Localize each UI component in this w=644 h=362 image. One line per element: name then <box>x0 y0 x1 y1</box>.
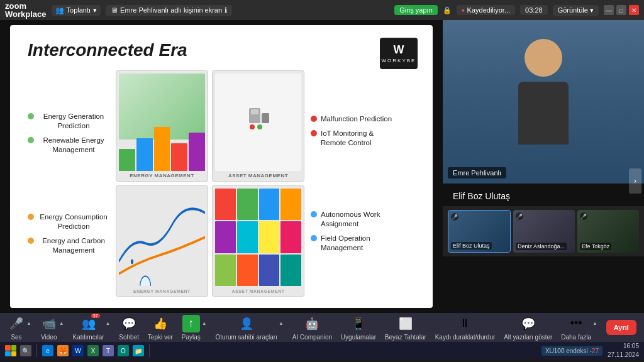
excel-icon[interactable]: X <box>87 345 99 356</box>
energy-cons-label: Energy Consumption Prediction <box>28 212 109 231</box>
svg-rect-2 <box>262 113 269 123</box>
search-taskbar-icon[interactable]: 🔍 <box>20 345 31 356</box>
stock-value: -27 <box>589 348 598 354</box>
share-ctrl-group[interactable]: ↑ Paylaş ▲ <box>182 315 207 341</box>
field-op-label: Field Operation Management <box>311 234 392 253</box>
video-person <box>443 20 644 184</box>
participant-mic-2: 🎤 <box>516 212 523 220</box>
date: 27.11.2024 <box>608 351 639 359</box>
ai-ctrl[interactable]: 🤖 AI Companion <box>292 315 332 341</box>
participant-mic-3: 🎤 <box>580 212 587 220</box>
participants-icon: 👥37 <box>80 315 97 332</box>
reaction-icon: 👍 <box>152 315 169 332</box>
whiteboard-ctrl[interactable]: ⬜ Beyaz Tahtalar <box>385 315 426 341</box>
record-dot: ● <box>462 8 465 13</box>
top-bar-right: Giriş yapın 🔒 ● Kaydediliyor... 03:28 Gö… <box>394 5 639 16</box>
apps-ctrl[interactable]: 📱 Uygulamalar <box>341 315 376 341</box>
more-ctrl[interactable]: ••• Daha fazla <box>561 315 591 341</box>
chevron-down-icon: ▾ <box>93 6 97 14</box>
workybe-logo: W WORKYBE <box>380 38 418 69</box>
info-icon: ℹ <box>225 6 227 14</box>
energy-img-label: ENERGY MANAGEMENT <box>130 173 194 178</box>
view-button[interactable]: Görüntüle ▾ <box>553 5 599 16</box>
caption-ctrl[interactable]: 💬 Alt yazıları göster <box>504 315 552 341</box>
record-label: Kaydı duraklat/durdur <box>435 334 496 341</box>
audio-ctrl-group[interactable]: 🎤 Ses ▲ <box>8 315 31 341</box>
chat-ctrl[interactable]: 💬 Sohbet <box>119 315 139 341</box>
next-participants-button[interactable]: › <box>629 168 641 194</box>
explorer-icon[interactable]: 📁 <box>133 345 144 356</box>
main-content: Interconnected Era W WORKYBE Energy Gene… <box>0 20 644 313</box>
word-icon[interactable]: W <box>72 345 84 356</box>
maximize-button[interactable]: □ <box>616 5 626 15</box>
workybe-icon: W <box>394 43 404 57</box>
record-ctrl[interactable]: ⏸ Kaydı duraklat/durdur <box>435 315 496 341</box>
carbon-text: Energy and Carbon Management <box>38 236 109 255</box>
participant-card-2[interactable]: 🎤 Deniz Aslandoğa... <box>513 210 575 253</box>
taskbar: 🎤 Ses ▲ 📹 Video ▲ 👥37 Katılımcılar ▲ 💬 S… <box>0 313 644 359</box>
svg-rect-1 <box>251 109 258 114</box>
leave-button[interactable]: Ayrıl <box>606 320 636 335</box>
participants-ctrl-group[interactable]: 👥37 Katılımcılar ▲ <box>73 315 111 341</box>
meeting-icon: 👥 <box>55 6 64 14</box>
carbon-label: Energy and Carbon Management <box>28 236 109 255</box>
share-icon: ↑ <box>182 315 200 332</box>
host-ctrl[interactable]: 👤 Oturum sahibi araçları <box>216 315 277 341</box>
share-label: Paylaş <box>182 334 201 341</box>
right-sidebar: Emre Pehlivanlı Elif Boz Ulutaş 🎤 Elif B… <box>443 20 644 313</box>
screen-icon: 🖥 <box>111 6 118 14</box>
video-label: Video <box>41 334 57 341</box>
caption-label: Alt yazıları göster <box>504 334 552 341</box>
windows-start-button[interactable] <box>5 345 16 356</box>
signin-button[interactable]: Giriş yapın <box>394 5 438 15</box>
field-op-text: Field Operation Management <box>321 234 392 253</box>
firefox-icon[interactable]: 🦊 <box>57 345 69 356</box>
malfunction-group: Malfunction Prediction IoT Monitoring & … <box>311 114 392 148</box>
asset-img-label: ASSET MANAGEMENT <box>228 173 288 178</box>
more-label: Daha fazla <box>561 334 591 341</box>
video-icon: 📹 <box>40 315 58 332</box>
meeting-dropdown[interactable]: 👥 Toplantı ▾ <box>52 5 101 16</box>
autonomous-label: Autonomous Work Assignment <box>311 210 392 229</box>
energy-chart-label: ENERGY MANAGEMENT <box>133 289 191 293</box>
participants-ctrl[interactable]: 👥37 Katılımcılar <box>73 315 104 341</box>
ai-label: AI Companion <box>292 334 332 341</box>
participant-card-1[interactable]: 🎤 Elif Boz Ulutaş <box>448 210 511 253</box>
taskbar-separator-2 <box>149 344 150 357</box>
energy-gen-text: Energy Generation Prediction <box>38 112 109 131</box>
person-silhouette <box>506 39 581 165</box>
recording-badge: ● Kaydediliyor... <box>457 5 515 15</box>
main-video: Emre Pehlivanlı <box>443 20 644 184</box>
minimize-button[interactable]: — <box>604 5 614 15</box>
video-ctrl-group[interactable]: 📹 Video ▲ <box>40 315 64 341</box>
chat-icon: 💬 <box>120 315 138 332</box>
teams-icon[interactable]: T <box>103 345 114 356</box>
host-arrow: ▲ <box>279 321 284 326</box>
reaction-ctrl[interactable]: 👍 Tepki ver <box>148 315 173 341</box>
edge-icon[interactable]: e <box>42 345 53 356</box>
host-ctrl-group[interactable]: 👤 Oturum sahibi araçları ▲ <box>216 315 284 341</box>
colorful-grid <box>215 189 301 286</box>
right-labels: Malfunction Prediction IoT Monitoring & … <box>311 70 392 297</box>
timer: 03:28 <box>520 5 548 15</box>
windows-taskbar: 🔍 e 🦊 W X T O 📁 XU100 endeksi -27 16:05 … <box>0 342 644 359</box>
meeting-label: Toplantı <box>67 6 91 14</box>
left-labels: Energy Generation Prediction Renewable E… <box>28 70 109 297</box>
slide-area: Interconnected Era W WORKYBE Energy Gene… <box>0 20 443 313</box>
chevron-icon: ▾ <box>590 6 594 14</box>
more-ctrl-group[interactable]: ••• Daha fazla ▲ <box>561 315 597 341</box>
mic-icon: 🎤 <box>8 315 25 332</box>
audio-ctrl[interactable]: 🎤 Ses <box>8 315 25 341</box>
participant-card-3[interactable]: 🎤 Efe Tokgöz <box>577 210 639 253</box>
share-ctrl[interactable]: ↑ Paylaş <box>182 315 201 341</box>
close-button[interactable]: ✕ <box>629 5 639 15</box>
whiteboard-icon: ⬜ <box>397 315 414 332</box>
slide-title: Interconnected Era <box>28 40 415 60</box>
outlook-icon[interactable]: O <box>118 345 129 356</box>
video-ctrl[interactable]: 📹 Video <box>40 315 58 341</box>
time: 16:05 <box>608 342 639 351</box>
energy-dashboard-img: ENERGY MANAGEMENT <box>116 70 208 182</box>
apps-label: Uygulamalar <box>341 334 376 341</box>
workybe-text: WORKYBE <box>382 58 416 63</box>
audio-label: Ses <box>11 334 21 341</box>
